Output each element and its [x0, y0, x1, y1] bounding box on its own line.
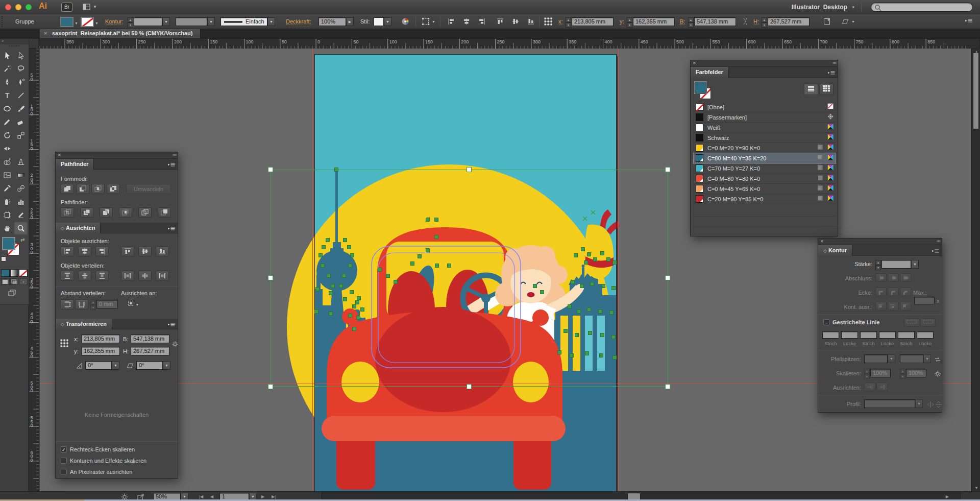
farbfelder-menu-icon[interactable]: [827, 69, 836, 80]
distribute-space-v-button[interactable]: [61, 299, 74, 309]
transform-icon[interactable]: [823, 17, 831, 26]
opacity-dropdown[interactable]: ▶: [346, 17, 354, 26]
align-objects-bottom-button[interactable]: [156, 246, 169, 256]
align-objects-right-button[interactable]: [95, 246, 109, 256]
align-center-vertical-icon[interactable]: [511, 17, 520, 26]
weight-stepper[interactable]: ▲▼: [875, 260, 881, 269]
swatch-row[interactable]: [Passermarken]: [694, 112, 836, 123]
align-top-icon[interactable]: [496, 17, 504, 26]
dash-field-0[interactable]: [822, 331, 839, 339]
magic-wand-tool[interactable]: [0, 62, 14, 76]
tab-pathfinder[interactable]: Pathfinder: [56, 159, 94, 170]
mesh-tool[interactable]: [0, 169, 14, 182]
stroke-weight-dropdown[interactable]: ▼: [162, 17, 170, 26]
swatch-row[interactable]: C=0 M=80 Y=80 K=0: [694, 174, 836, 184]
vertical-scroll-thumb[interactable]: [973, 53, 979, 129]
scale-tool[interactable]: [14, 129, 28, 142]
swatch-row[interactable]: Weiß: [694, 123, 836, 133]
pathfinder-minus-back-button[interactable]: [158, 207, 171, 218]
align-objects-top-button[interactable]: [121, 246, 134, 256]
shape-mode-exclude-button[interactable]: [107, 184, 120, 194]
ellipse-tool[interactable]: [0, 102, 14, 115]
checkbox-rechteck-ecken-skalieren[interactable]: ✓: [61, 446, 67, 452]
swatch-row[interactable]: C=0 M=45 Y=65 K=0: [694, 184, 836, 194]
selection-handle[interactable]: [268, 168, 273, 172]
fill-color-proxy[interactable]: [60, 17, 74, 27]
swatch-row[interactable]: [Ohne]: [694, 102, 836, 112]
arrowhead-end-field[interactable]: [900, 354, 923, 363]
swatch-row[interactable]: C=70 M=0 Y=27 K=0: [694, 163, 836, 174]
curvature-tool[interactable]: [14, 76, 28, 89]
corner-round-button[interactable]: [888, 288, 899, 296]
last-artboard-icon[interactable]: ▶|: [272, 494, 276, 499]
width-label[interactable]: B:: [680, 18, 685, 25]
collapse-kontur-icon[interactable]: ««: [937, 238, 940, 244]
hand-tool[interactable]: [0, 222, 14, 235]
spacing-stepper[interactable]: ▲▼: [90, 300, 96, 308]
weight-field[interactable]: [881, 260, 911, 269]
swap-fill-stroke-icon[interactable]: ⇄: [20, 237, 24, 243]
dash-field-2[interactable]: [860, 331, 877, 339]
dash-field-3[interactable]: [879, 331, 896, 339]
shear-field[interactable]: 0°: [136, 361, 163, 370]
line-segment-tool[interactable]: [14, 89, 28, 102]
stroke-align-center-button[interactable]: [875, 302, 887, 311]
list-view-button[interactable]: [804, 84, 818, 95]
swap-arrowheads-icon[interactable]: [934, 355, 942, 366]
arrow-align-end-button[interactable]: [876, 383, 888, 391]
cap-projecting-button[interactable]: [900, 273, 911, 282]
recolor-artwork-icon[interactable]: [401, 17, 409, 26]
symbol-sprayer-tool[interactable]: [0, 195, 14, 208]
stroke-align-outside-button[interactable]: [900, 302, 911, 311]
draw-normal-button[interactable]: [1, 278, 10, 285]
y-label[interactable]: y:: [620, 18, 624, 25]
arrow-scale-start-field[interactable]: 100%: [870, 369, 891, 377]
dash-preset-2-button[interactable]: [920, 318, 936, 327]
dashed-line-checkbox[interactable]: –: [823, 319, 829, 325]
bounding-box-caret[interactable]: ▼: [432, 20, 435, 23]
selection-handle[interactable]: [268, 385, 273, 389]
width-stepper[interactable]: ▲▼: [688, 17, 694, 26]
tf-w-field[interactable]: 547,138 mm: [131, 335, 169, 343]
zoom-tool[interactable]: [14, 222, 28, 235]
arrow-align-tip-button[interactable]: [864, 383, 875, 391]
first-artboard-icon[interactable]: |◀: [199, 494, 203, 499]
arrange-documents-icon[interactable]: [83, 3, 91, 13]
brush-definition-dropdown[interactable]: ▼: [267, 17, 275, 26]
cap-butt-button[interactable]: [875, 273, 887, 282]
distribute-space-h-button[interactable]: [75, 299, 88, 309]
height-field[interactable]: 267,527 mm: [768, 17, 810, 26]
scroll-right-icon[interactable]: ▶: [946, 494, 949, 499]
control-panel-menu-icon[interactable]: [965, 17, 973, 26]
free-transform-tool[interactable]: [14, 142, 28, 155]
transformieren-menu-icon[interactable]: [167, 321, 176, 331]
pathfinder-divide-button[interactable]: [61, 207, 74, 218]
horizontal-scroll-thumb[interactable]: [627, 493, 641, 500]
collapse-farbfelder-icon[interactable]: ««: [832, 60, 836, 65]
ruler-origin-box[interactable]: [29, 38, 39, 49]
paintbrush-tool[interactable]: [14, 102, 28, 115]
document-tab[interactable]: × saxoprint_Reiseplakat.ai* bei 50 % (CM…: [40, 29, 201, 38]
draw-inside-button[interactable]: [19, 278, 28, 285]
swatch-row[interactable]: C=80 M=40 Y=35 K=20: [694, 153, 836, 163]
x-stepper[interactable]: ▲▼: [566, 17, 571, 26]
close-farbfelder-icon[interactable]: ×: [693, 60, 696, 66]
selection-handle[interactable]: [268, 276, 273, 280]
pathfinder-trim-button[interactable]: [80, 207, 93, 218]
paint-none-button[interactable]: [19, 269, 28, 277]
align-objects-center-v-button[interactable]: [138, 246, 152, 256]
selection-handle[interactable]: [666, 168, 670, 172]
opacity-field[interactable]: 100%: [318, 17, 346, 26]
y-field[interactable]: 162,355 mm: [633, 17, 675, 26]
shear-icon[interactable]: [841, 17, 849, 26]
tab-kontur[interactable]: ◇Kontur: [818, 245, 852, 256]
arrowhead-end-dropdown[interactable]: ▼: [923, 354, 931, 363]
fill-caret-icon[interactable]: ▼: [75, 21, 78, 25]
pencil-tool[interactable]: [0, 115, 14, 129]
eyedropper-tool[interactable]: [0, 182, 14, 195]
checkbox-an-pixelraster-ausrichten[interactable]: [61, 469, 67, 475]
bounding-box-icon[interactable]: [422, 17, 430, 26]
prev-artboard-icon[interactable]: ◀: [210, 494, 213, 499]
dash-preset-1-button[interactable]: [904, 318, 919, 327]
next-artboard-icon[interactable]: ▶: [261, 494, 264, 499]
